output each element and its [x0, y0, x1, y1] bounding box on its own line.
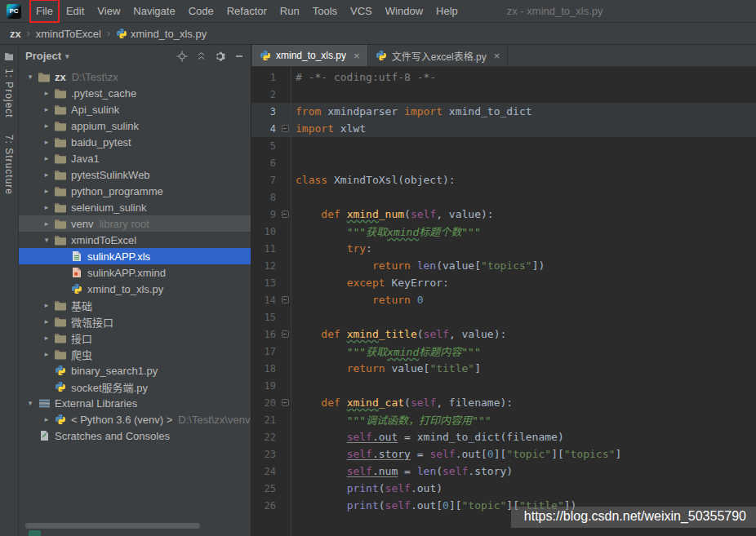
code-line[interactable]: 19 — [251, 377, 756, 394]
code-line[interactable]: 22 self.out = xmind_to_dict(filename) — [251, 428, 756, 445]
code-line[interactable]: 9− def xmind_num(self, value): — [251, 206, 756, 223]
code-line[interactable]: 6 — [251, 154, 756, 171]
tree-item-java1[interactable]: ▸Java1 — [19, 150, 251, 166]
tree-item-api-sulink[interactable]: ▸Api_sulink — [19, 101, 251, 117]
close-icon[interactable]: × — [354, 51, 360, 61]
chevron-right-icon[interactable]: ▸ — [40, 334, 53, 342]
chevron-right-icon[interactable]: ▸ — [40, 301, 53, 309]
settings-gear-icon[interactable] — [215, 51, 226, 62]
menu-code[interactable]: Code — [182, 2, 220, 20]
menu-edit[interactable]: Edit — [60, 2, 91, 20]
chevron-down-icon[interactable]: ▾ — [24, 73, 37, 81]
breadcrumb-item[interactable]: xmind_to_xls.py — [116, 28, 207, 40]
chevron-right-icon[interactable]: ▸ — [40, 203, 53, 211]
fold-toggle-icon[interactable]: − — [279, 125, 291, 132]
breadcrumb-item[interactable]: xmindToExcel — [36, 28, 101, 40]
code-line[interactable]: 2 — [251, 86, 756, 103]
menu-window[interactable]: Window — [379, 2, 429, 20]
fold-toggle-icon[interactable]: − — [279, 399, 291, 406]
fold-toggle-icon[interactable]: − — [279, 296, 291, 303]
editor-tab[interactable]: xmind_to_xls.py× — [252, 45, 368, 66]
code-line[interactable]: 15 — [251, 308, 756, 326]
fold-toggle-icon[interactable]: − — [279, 210, 291, 218]
code-line[interactable]: 4−import xlwt — [251, 120, 756, 137]
tree-item-cn[interactable]: ▸基础 — [19, 297, 251, 313]
tree-item-baidu-pytest[interactable]: ▸baidu_pytest — [19, 134, 251, 150]
tree-item-selenium-sulink[interactable]: ▸selenium_sulink — [19, 199, 251, 215]
menu-refactor[interactable]: Refactor — [220, 2, 273, 20]
code-text: return value["title"] — [291, 362, 481, 374]
code-line[interactable]: 1# -*- coding:utf-8 -*- — [251, 69, 756, 86]
breadcrumb-item[interactable]: zx — [10, 28, 21, 40]
menu-file[interactable]: File — [29, 0, 60, 23]
menu-view[interactable]: View — [91, 2, 127, 20]
tree-item-xmind-to-xls-py[interactable]: xmind_to_xls.py — [19, 281, 251, 297]
tree-item-python-3-6-venv[interactable]: ▸< Python 3.6 (venv) >D:\Test\zx\venv\ — [19, 411, 251, 427]
code-line[interactable]: 14− return 0 — [251, 291, 756, 308]
menu-navigate[interactable]: Navigate — [127, 2, 181, 20]
code-line[interactable]: 7class XmindToXsl(object): — [251, 171, 756, 188]
menu-tools[interactable]: Tools — [306, 2, 344, 20]
tree-item-sulinkapp-xmind[interactable]: sulinkAPP.xmind — [19, 264, 251, 281]
code-line[interactable]: 16− def xmind_title(self, value): — [251, 326, 756, 343]
chevron-right-icon[interactable]: ▸ — [40, 171, 53, 179]
chevron-right-icon[interactable]: ▸ — [40, 105, 53, 113]
folder-icon — [53, 317, 68, 327]
code-editor[interactable]: 1# -*- coding:utf-8 -*-23from xmindparse… — [251, 67, 756, 536]
chevron-right-icon[interactable]: ▸ — [40, 317, 53, 326]
tree-item-python-programme[interactable]: ▸python_programme — [19, 183, 251, 199]
chevron-down-icon[interactable]: ▾ — [24, 399, 37, 407]
code-line[interactable]: 8 — [251, 188, 756, 206]
tool-button-project[interactable]: 1: Project — [3, 50, 15, 118]
code-line[interactable]: 25 print(self.out) — [251, 480, 756, 497]
code-line[interactable]: 10 """获取xmind标题个数""" — [251, 223, 756, 240]
tree-item-pytestsulinkweb[interactable]: ▸pytestSulinkWeb — [19, 166, 251, 183]
tree-item-venv[interactable]: ▸venvlibrary root — [19, 215, 251, 232]
tree-item-socket-py[interactable]: socket服务端.py — [19, 379, 251, 395]
chevron-right-icon[interactable]: ▸ — [40, 350, 53, 358]
chevron-right-icon[interactable]: ▸ — [40, 415, 53, 423]
chevron-right-icon[interactable]: ▸ — [40, 122, 53, 130]
tree-item-scratches-and-consoles[interactable]: Scratches and Consoles — [19, 427, 251, 444]
tree-item-zx[interactable]: ▾zxD:\Test\zx — [19, 69, 251, 85]
chevron-right-icon[interactable]: ▸ — [40, 89, 53, 97]
code-line[interactable]: 11 try: — [251, 240, 756, 257]
editor-tab[interactable]: 文件写入excel表格.py× — [368, 45, 509, 66]
project-panel-title[interactable]: Project ▾ — [25, 50, 69, 62]
collapse-all-icon[interactable] — [196, 51, 207, 61]
close-icon[interactable]: × — [494, 51, 500, 61]
tree-item-pytest-cache[interactable]: ▸.pytest_cache — [19, 85, 251, 101]
chevron-right-icon[interactable]: ▸ — [40, 219, 53, 228]
hide-panel-icon[interactable] — [234, 51, 244, 61]
tree-item-cn[interactable]: ▸接口 — [19, 330, 251, 346]
menu-run[interactable]: Run — [273, 2, 306, 20]
tree-item-cn[interactable]: ▸爬虫 — [19, 346, 251, 362]
tree-item-cn[interactable]: ▸微瓴接口 — [19, 313, 251, 330]
tree-item-external-libraries[interactable]: ▾External Libraries — [19, 395, 251, 411]
code-line[interactable]: 23 self.story = self.out[0]["topic"]["to… — [251, 445, 756, 463]
line-number: 14 — [251, 295, 279, 306]
tool-button-structure[interactable]: 7: Structure — [3, 135, 15, 195]
code-line[interactable]: 18 return value["title"] — [251, 360, 756, 377]
fold-toggle-icon[interactable]: − — [279, 330, 291, 338]
menu-help[interactable]: Help — [429, 2, 465, 20]
chevron-right-icon[interactable]: ▸ — [40, 154, 53, 162]
code-line[interactable]: 20− def xmind_cat(self, filename): — [251, 394, 756, 411]
code-line[interactable]: 3from xmindparser import xmind_to_dict — [251, 103, 756, 120]
menu-vcs[interactable]: VCS — [344, 2, 379, 20]
code-line[interactable]: 24 self.num = len(self.story) — [251, 463, 756, 480]
tree-item-xmindtoexcel[interactable]: ▾xmindToExcel — [19, 232, 251, 248]
code-line[interactable]: 5 — [251, 137, 756, 154]
locate-icon[interactable] — [176, 51, 188, 62]
chevron-down-icon[interactable]: ▾ — [40, 236, 53, 244]
chevron-right-icon[interactable]: ▸ — [40, 138, 53, 146]
code-line[interactable]: 12 return len(value["topics"]) — [251, 257, 756, 274]
code-line[interactable]: 21 """调试函数，打印内容用""" — [251, 411, 756, 428]
horizontal-scrollbar[interactable] — [25, 523, 200, 529]
code-line[interactable]: 13 except KeyError: — [251, 274, 756, 291]
chevron-right-icon[interactable]: ▸ — [40, 187, 53, 195]
tree-item-binary-search1-py[interactable]: binary_search1.py — [19, 362, 251, 379]
code-line[interactable]: 17 """获取xmind标题内容""" — [251, 343, 756, 360]
tree-item-appium-sulink[interactable]: ▸appium_sulink — [19, 117, 251, 134]
tree-item-sulinkapp-xls[interactable]: sulinkAPP.xls — [19, 248, 251, 264]
